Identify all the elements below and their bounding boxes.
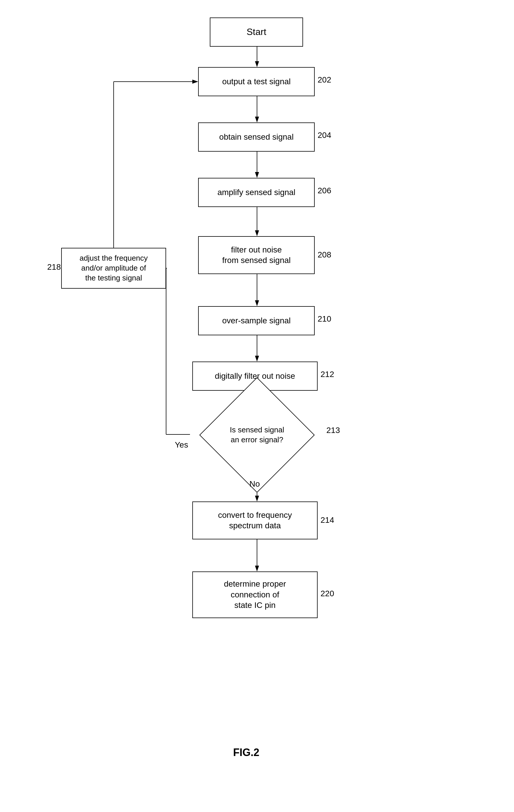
start-box: Start [210, 18, 303, 47]
figure-label: FIG.2 [233, 746, 259, 759]
no-label: No [249, 479, 260, 489]
step-204-label: 204 [318, 130, 331, 140]
step-212-label: 212 [321, 370, 334, 379]
step-213-label: 213 [326, 426, 340, 435]
step-202-label: 202 [318, 75, 331, 85]
step-214-box: convert to frequency spectrum data [192, 501, 318, 540]
step-220-box: determine proper connection of state IC … [192, 572, 318, 618]
step-210-label: 210 [318, 314, 331, 324]
step-206-box: amplify sensed signal [198, 178, 315, 207]
step-208-box: filter out noise from sensed signal [198, 236, 315, 274]
step-218-box: adjust the frequency and/or amplitude of… [61, 248, 166, 289]
step-213-text: Is sensed signal an error signal? [216, 425, 298, 445]
step-210-box: over-sample signal [198, 306, 315, 335]
step-214-label: 214 [321, 516, 334, 525]
step-204-box: obtain sensed signal [198, 122, 315, 152]
step-213-diamond-wrapper: Is sensed signal an error signal? [190, 394, 324, 476]
step-218-num-label: 218 [47, 262, 61, 272]
yes-label: Yes [175, 440, 188, 450]
step-206-label: 206 [318, 186, 331, 195]
step-202-box: output a test signal [198, 67, 315, 96]
step-220-label: 220 [321, 589, 334, 598]
diagram-container: Start output a test signal 202 obtain se… [0, 0, 514, 812]
step-208-label: 208 [318, 250, 331, 260]
